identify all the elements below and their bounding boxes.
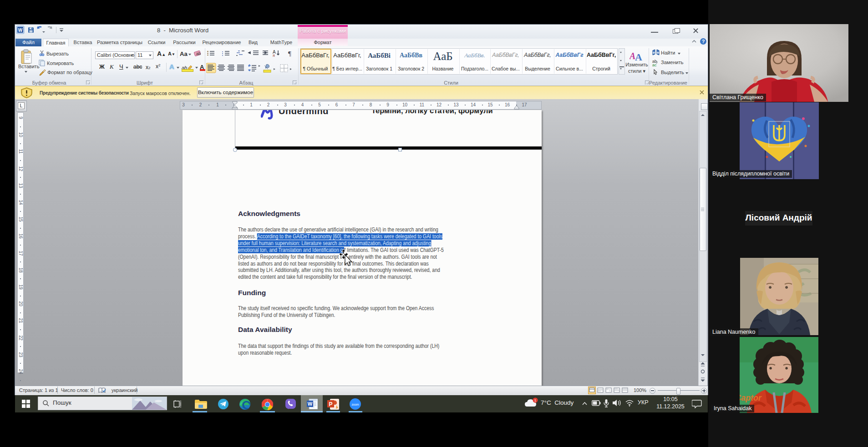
svg-text:W: W [308, 401, 313, 407]
svg-text:я: я [273, 53, 275, 58]
svg-text:A: A [635, 51, 642, 61]
svg-text:Captor: Captor [740, 393, 762, 402]
svg-text:ab: ab [196, 51, 201, 56]
svg-text:zoom: zoom [352, 403, 359, 406]
svg-text:W: W [18, 28, 23, 33]
svg-text:ac: ac [652, 63, 657, 67]
svg-text:P: P [329, 401, 332, 407]
svg-text:¶: ¶ [288, 50, 291, 57]
svg-text:1: 1 [534, 398, 537, 402]
